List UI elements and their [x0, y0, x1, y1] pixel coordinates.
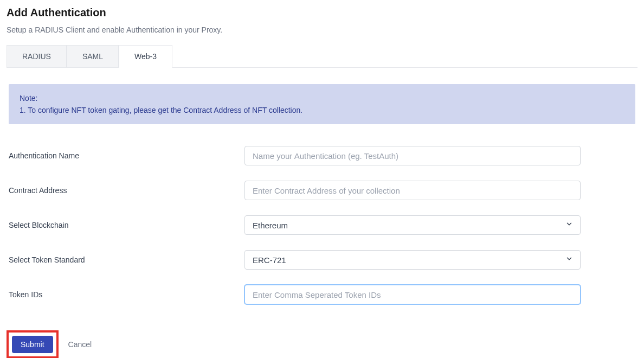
- note-title: Note:: [20, 94, 624, 103]
- contract-address-input[interactable]: [244, 181, 581, 200]
- tab-content: Note: 1. To configure NFT token gating, …: [7, 68, 637, 358]
- token-standard-select[interactable]: ERC-721: [244, 250, 581, 270]
- label-token-ids: Token IDs: [9, 290, 244, 299]
- note-line-1: 1. To configure NFT token gating, please…: [20, 106, 624, 114]
- label-blockchain: Select Blockchain: [9, 221, 244, 229]
- tab-radius[interactable]: RADIUS: [7, 45, 67, 67]
- note-box: Note: 1. To configure NFT token gating, …: [9, 84, 635, 124]
- page-title: Add Authentication: [7, 7, 637, 19]
- tab-web3[interactable]: Web-3: [119, 45, 172, 68]
- row-token-standard: Select Token Standard ERC-721: [7, 250, 637, 270]
- row-blockchain: Select Blockchain Ethereum: [7, 215, 637, 235]
- tab-saml[interactable]: SAML: [67, 45, 119, 67]
- blockchain-select[interactable]: Ethereum: [244, 215, 581, 235]
- auth-name-input[interactable]: [244, 146, 581, 165]
- token-ids-input[interactable]: [244, 285, 581, 304]
- cancel-button[interactable]: Cancel: [68, 340, 92, 349]
- row-contract-address: Contract Address: [7, 181, 637, 200]
- submit-button[interactable]: Submit: [12, 336, 53, 353]
- tabs-bar: RADIUS SAML Web-3: [7, 45, 637, 68]
- page-subtitle: Setup a RADIUS Client and enable Authent…: [7, 25, 637, 34]
- row-auth-name: Authentication Name: [7, 146, 637, 165]
- label-token-standard: Select Token Standard: [9, 255, 244, 264]
- highlight-box: Submit: [7, 330, 59, 358]
- label-auth-name: Authentication Name: [9, 151, 244, 160]
- form-actions: Submit Cancel: [7, 330, 92, 358]
- label-contract-address: Contract Address: [9, 186, 244, 195]
- row-token-ids: Token IDs: [7, 285, 637, 304]
